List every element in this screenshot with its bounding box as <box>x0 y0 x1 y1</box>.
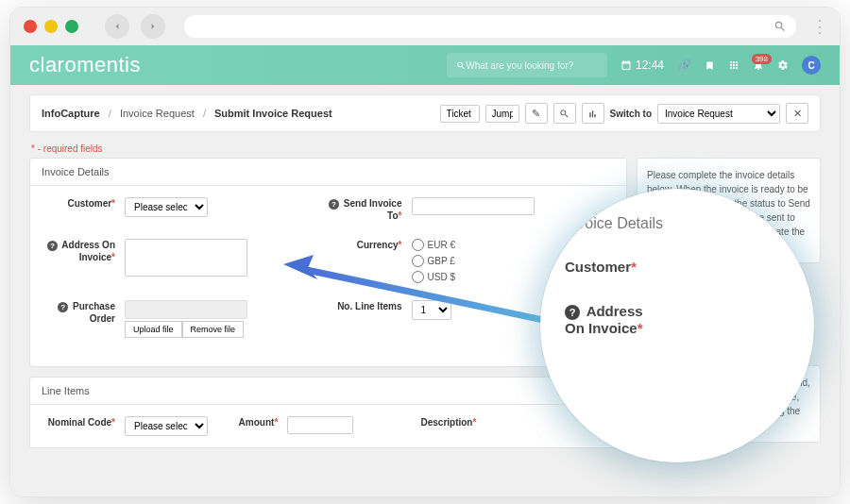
global-search[interactable] <box>447 53 607 77</box>
send-to-label: ? Send Invoice To* <box>329 197 402 222</box>
zoom-callout: Invoice Details Customer* ? AddressOn In… <box>540 189 814 462</box>
search-ticket-icon[interactable] <box>553 103 576 124</box>
zoom-customer: Customer* <box>565 259 814 275</box>
app-topbar: claromentis 12:44 🔗 398 C <box>10 45 840 85</box>
breadcrumb-bar: InfoCapture / Invoice Request / Submit I… <box>29 94 821 132</box>
currency-radios: EUR € GBP £ USD $ <box>412 239 455 283</box>
search-input[interactable] <box>466 60 598 71</box>
address-label: ? Address On Invoice* <box>42 239 115 263</box>
jump-input[interactable] <box>485 105 519 123</box>
line-items-panel: Line Items Nominal Code* Please select..… <box>29 377 627 448</box>
address-textarea[interactable] <box>125 239 247 277</box>
po-label: ? Purchase Order <box>42 300 115 325</box>
url-bar[interactable] <box>184 15 796 38</box>
line-items-select[interactable]: 1 <box>412 300 451 320</box>
invoice-details-panel: Invoice Details Customer* Please select.… <box>29 158 627 367</box>
ticket-input[interactable] <box>440 105 480 123</box>
zoom-address: ? AddressOn Invoice* <box>565 303 814 336</box>
file-display <box>125 300 247 319</box>
grid-icon[interactable] <box>728 59 740 71</box>
back-button[interactable] <box>105 14 129 39</box>
notification-badge: 398 <box>752 54 772 64</box>
maximize-window[interactable] <box>65 20 78 33</box>
nominal-select[interactable]: Please select... <box>125 416 208 436</box>
edit-icon[interactable]: ✎ <box>525 103 548 124</box>
breadcrumb: InfoCapture / Invoice Request / Submit I… <box>42 108 332 119</box>
browser-chrome: ⋮ <box>10 8 840 45</box>
forward-button[interactable] <box>141 14 165 39</box>
search-icon <box>456 60 466 71</box>
bookmark-icon[interactable] <box>705 60 715 71</box>
nominal-label: Nominal Code* <box>42 416 115 428</box>
settings-icon[interactable] <box>777 59 789 71</box>
minimize-window[interactable] <box>44 20 58 33</box>
currency-label: Currency* <box>329 239 402 251</box>
switch-label: Switch to <box>610 109 652 119</box>
customer-label: Customer* <box>42 197 115 210</box>
remove-file-button[interactable]: Remove file <box>182 321 245 338</box>
stats-icon[interactable] <box>582 103 604 124</box>
currency-usd[interactable] <box>412 271 424 283</box>
currency-eur[interactable] <box>412 239 424 251</box>
logo[interactable]: claromentis <box>29 53 141 77</box>
amount-label: Amount* <box>230 416 278 428</box>
bell-icon[interactable]: 398 <box>753 59 764 71</box>
required-note: * - required fields <box>29 140 821 158</box>
panel-header: Line Items <box>30 378 626 405</box>
amount-input[interactable] <box>287 416 353 434</box>
line-items-label: No. Line Items <box>329 300 402 312</box>
panel-header: Invoice Details <box>30 159 626 186</box>
customer-select[interactable]: Please select... <box>125 197 208 217</box>
switch-select[interactable]: Invoice Request <box>657 104 780 124</box>
browser-menu-icon[interactable]: ⋮ <box>811 16 826 37</box>
tools-icon[interactable]: ✕ <box>786 103 808 124</box>
send-to-input[interactable] <box>412 197 535 215</box>
close-window[interactable] <box>24 20 37 33</box>
description-label: Description* <box>402 416 476 428</box>
currency-gbp[interactable] <box>412 255 424 267</box>
search-icon <box>774 20 787 33</box>
avatar[interactable]: C <box>802 56 821 75</box>
link-icon[interactable]: 🔗 <box>677 59 691 72</box>
clock-icon[interactable]: 12:44 <box>620 59 664 72</box>
upload-file-button[interactable]: Upload file <box>125 321 182 338</box>
